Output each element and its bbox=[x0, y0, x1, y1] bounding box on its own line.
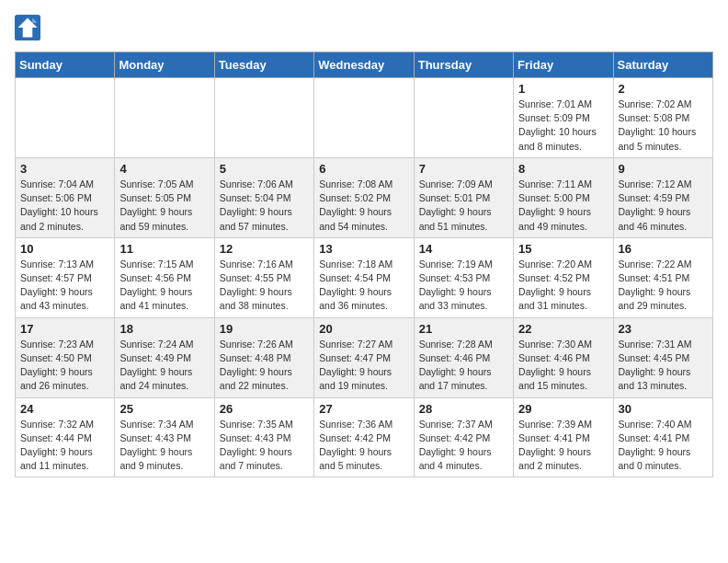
day-cell: 26Sunrise: 7:35 AM Sunset: 4:43 PM Dayli… bbox=[214, 397, 313, 477]
day-info: Sunrise: 7:04 AM Sunset: 5:06 PM Dayligh… bbox=[20, 178, 109, 234]
day-cell: 25Sunrise: 7:34 AM Sunset: 4:43 PM Dayli… bbox=[115, 397, 214, 477]
day-info: Sunrise: 7:05 AM Sunset: 5:05 PM Dayligh… bbox=[119, 178, 209, 234]
day-cell: 23Sunrise: 7:31 AM Sunset: 4:45 PM Dayli… bbox=[613, 317, 712, 397]
day-cell: 28Sunrise: 7:37 AM Sunset: 4:42 PM Dayli… bbox=[414, 397, 513, 477]
day-cell bbox=[115, 78, 214, 158]
day-info: Sunrise: 7:24 AM Sunset: 4:49 PM Dayligh… bbox=[119, 338, 209, 394]
calendar: SundayMondayTuesdayWednesdayThursdayFrid… bbox=[15, 52, 713, 477]
day-cell: 17Sunrise: 7:23 AM Sunset: 4:50 PM Dayli… bbox=[16, 317, 115, 397]
day-number: 13 bbox=[319, 242, 408, 256]
day-info: Sunrise: 7:18 AM Sunset: 4:54 PM Dayligh… bbox=[319, 258, 408, 314]
day-info: Sunrise: 7:32 AM Sunset: 4:44 PM Dayligh… bbox=[20, 418, 109, 474]
day-info: Sunrise: 7:06 AM Sunset: 5:04 PM Dayligh… bbox=[220, 178, 309, 234]
day-info: Sunrise: 7:15 AM Sunset: 4:56 PM Dayligh… bbox=[119, 258, 209, 314]
day-cell: 8Sunrise: 7:11 AM Sunset: 5:00 PM Daylig… bbox=[514, 157, 613, 237]
day-cell: 4Sunrise: 7:05 AM Sunset: 5:05 PM Daylig… bbox=[115, 157, 214, 237]
day-number: 26 bbox=[220, 402, 309, 416]
day-info: Sunrise: 7:34 AM Sunset: 4:43 PM Dayligh… bbox=[119, 418, 209, 474]
column-header-sunday: Sunday bbox=[16, 52, 115, 78]
day-cell: 11Sunrise: 7:15 AM Sunset: 4:56 PM Dayli… bbox=[115, 237, 214, 317]
day-number: 20 bbox=[319, 322, 408, 336]
day-cell: 27Sunrise: 7:36 AM Sunset: 4:42 PM Dayli… bbox=[314, 397, 414, 477]
day-info: Sunrise: 7:08 AM Sunset: 5:02 PM Dayligh… bbox=[319, 178, 408, 234]
day-info: Sunrise: 7:01 AM Sunset: 5:09 PM Dayligh… bbox=[518, 98, 608, 154]
week-row-3: 10Sunrise: 7:13 AM Sunset: 4:57 PM Dayli… bbox=[16, 237, 713, 317]
day-number: 17 bbox=[20, 322, 109, 336]
day-cell: 20Sunrise: 7:27 AM Sunset: 4:47 PM Dayli… bbox=[314, 317, 414, 397]
day-info: Sunrise: 7:19 AM Sunset: 4:53 PM Dayligh… bbox=[419, 258, 508, 314]
day-info: Sunrise: 7:12 AM Sunset: 4:59 PM Dayligh… bbox=[619, 178, 708, 234]
column-header-friday: Friday bbox=[514, 52, 613, 78]
day-info: Sunrise: 7:36 AM Sunset: 4:42 PM Dayligh… bbox=[319, 418, 408, 474]
page-header bbox=[15, 15, 713, 40]
day-number: 23 bbox=[619, 322, 708, 336]
day-info: Sunrise: 7:11 AM Sunset: 5:00 PM Dayligh… bbox=[518, 178, 608, 234]
day-number: 30 bbox=[619, 402, 708, 416]
day-number: 22 bbox=[518, 322, 608, 336]
day-cell: 29Sunrise: 7:39 AM Sunset: 4:41 PM Dayli… bbox=[514, 397, 613, 477]
week-row-2: 3Sunrise: 7:04 AM Sunset: 5:06 PM Daylig… bbox=[16, 157, 713, 237]
day-cell: 16Sunrise: 7:22 AM Sunset: 4:51 PM Dayli… bbox=[613, 237, 712, 317]
day-number: 12 bbox=[220, 242, 309, 256]
day-number: 1 bbox=[518, 82, 608, 96]
day-number: 9 bbox=[619, 162, 708, 176]
day-info: Sunrise: 7:16 AM Sunset: 4:55 PM Dayligh… bbox=[220, 258, 309, 314]
day-info: Sunrise: 7:26 AM Sunset: 4:48 PM Dayligh… bbox=[220, 338, 309, 394]
day-info: Sunrise: 7:27 AM Sunset: 4:47 PM Dayligh… bbox=[319, 338, 408, 394]
day-number: 25 bbox=[119, 402, 209, 416]
column-header-monday: Monday bbox=[115, 52, 214, 78]
day-info: Sunrise: 7:37 AM Sunset: 4:42 PM Dayligh… bbox=[419, 418, 508, 474]
column-header-saturday: Saturday bbox=[613, 52, 712, 78]
day-number: 21 bbox=[419, 322, 508, 336]
day-cell: 9Sunrise: 7:12 AM Sunset: 4:59 PM Daylig… bbox=[613, 157, 712, 237]
day-cell: 6Sunrise: 7:08 AM Sunset: 5:02 PM Daylig… bbox=[314, 157, 414, 237]
calendar-header-row: SundayMondayTuesdayWednesdayThursdayFrid… bbox=[16, 52, 713, 78]
day-cell: 2Sunrise: 7:02 AM Sunset: 5:08 PM Daylig… bbox=[613, 78, 712, 158]
day-info: Sunrise: 7:13 AM Sunset: 4:57 PM Dayligh… bbox=[20, 258, 109, 314]
day-cell: 22Sunrise: 7:30 AM Sunset: 4:46 PM Dayli… bbox=[514, 317, 613, 397]
day-info: Sunrise: 7:31 AM Sunset: 4:45 PM Dayligh… bbox=[619, 338, 708, 394]
day-number: 28 bbox=[419, 402, 508, 416]
day-number: 27 bbox=[319, 402, 408, 416]
week-row-1: 1Sunrise: 7:01 AM Sunset: 5:09 PM Daylig… bbox=[16, 78, 713, 158]
day-number: 18 bbox=[119, 322, 209, 336]
week-row-4: 17Sunrise: 7:23 AM Sunset: 4:50 PM Dayli… bbox=[16, 317, 713, 397]
day-info: Sunrise: 7:30 AM Sunset: 4:46 PM Dayligh… bbox=[518, 338, 608, 394]
day-cell: 3Sunrise: 7:04 AM Sunset: 5:06 PM Daylig… bbox=[16, 157, 115, 237]
day-number: 4 bbox=[119, 162, 209, 176]
day-number: 14 bbox=[419, 242, 508, 256]
day-number: 7 bbox=[419, 162, 508, 176]
day-number: 19 bbox=[220, 322, 309, 336]
day-info: Sunrise: 7:02 AM Sunset: 5:08 PM Dayligh… bbox=[619, 98, 708, 154]
logo-icon bbox=[15, 15, 40, 40]
day-number: 2 bbox=[619, 82, 708, 96]
day-number: 15 bbox=[518, 242, 608, 256]
day-number: 29 bbox=[518, 402, 608, 416]
day-cell: 24Sunrise: 7:32 AM Sunset: 4:44 PM Dayli… bbox=[16, 397, 115, 477]
day-number: 5 bbox=[220, 162, 309, 176]
day-cell: 12Sunrise: 7:16 AM Sunset: 4:55 PM Dayli… bbox=[214, 237, 313, 317]
day-number: 10 bbox=[20, 242, 109, 256]
column-header-tuesday: Tuesday bbox=[214, 52, 313, 78]
day-cell: 19Sunrise: 7:26 AM Sunset: 4:48 PM Dayli… bbox=[214, 317, 313, 397]
day-cell: 18Sunrise: 7:24 AM Sunset: 4:49 PM Dayli… bbox=[115, 317, 214, 397]
day-cell: 7Sunrise: 7:09 AM Sunset: 5:01 PM Daylig… bbox=[414, 157, 513, 237]
column-header-wednesday: Wednesday bbox=[314, 52, 414, 78]
day-cell bbox=[414, 78, 513, 158]
day-cell: 1Sunrise: 7:01 AM Sunset: 5:09 PM Daylig… bbox=[514, 78, 613, 158]
logo bbox=[15, 15, 44, 40]
day-cell: 14Sunrise: 7:19 AM Sunset: 4:53 PM Dayli… bbox=[414, 237, 513, 317]
day-info: Sunrise: 7:35 AM Sunset: 4:43 PM Dayligh… bbox=[220, 418, 309, 474]
day-cell bbox=[214, 78, 313, 158]
day-info: Sunrise: 7:20 AM Sunset: 4:52 PM Dayligh… bbox=[518, 258, 608, 314]
day-cell: 13Sunrise: 7:18 AM Sunset: 4:54 PM Dayli… bbox=[314, 237, 414, 317]
day-number: 24 bbox=[20, 402, 109, 416]
day-cell: 21Sunrise: 7:28 AM Sunset: 4:46 PM Dayli… bbox=[414, 317, 513, 397]
day-info: Sunrise: 7:22 AM Sunset: 4:51 PM Dayligh… bbox=[619, 258, 708, 314]
day-cell: 30Sunrise: 7:40 AM Sunset: 4:41 PM Dayli… bbox=[613, 397, 712, 477]
day-number: 6 bbox=[319, 162, 408, 176]
day-info: Sunrise: 7:09 AM Sunset: 5:01 PM Dayligh… bbox=[419, 178, 508, 234]
day-info: Sunrise: 7:40 AM Sunset: 4:41 PM Dayligh… bbox=[619, 418, 708, 474]
day-cell bbox=[314, 78, 414, 158]
week-row-5: 24Sunrise: 7:32 AM Sunset: 4:44 PM Dayli… bbox=[16, 397, 713, 477]
